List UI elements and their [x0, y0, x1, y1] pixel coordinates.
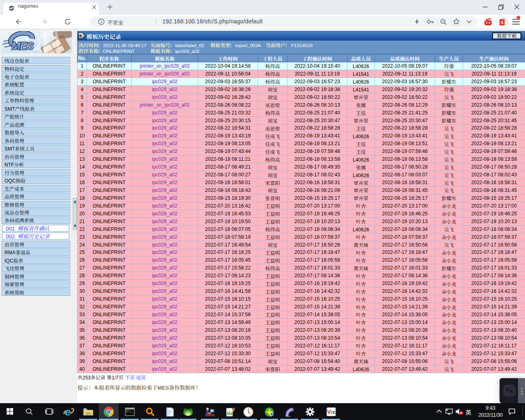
- svg-text:MES: MES: [11, 40, 34, 52]
- svg-text:C:\_: C:\_: [126, 410, 133, 413]
- svg-text:A: A: [501, 21, 504, 25]
- svg-text:c: c: [333, 409, 336, 415]
- svg-text:e: e: [65, 407, 71, 417]
